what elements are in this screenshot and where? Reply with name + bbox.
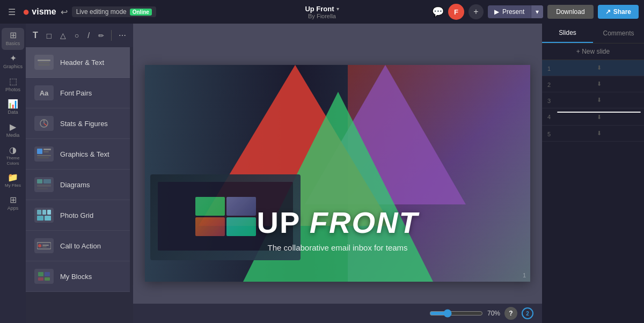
photo-grid-label: Photo Grid [60, 211, 93, 219]
new-slide-button[interactable]: + New slide [542, 43, 644, 60]
rect-tool[interactable]: □ [44, 29, 54, 42]
svg-point-16 [38, 244, 41, 247]
logo-dot: ● [23, 5, 30, 19]
logo-text: visme [32, 7, 56, 17]
media-icon: ▶ [10, 123, 16, 131]
slide-num-2: 2 [547, 79, 554, 88]
zoom-slider[interactable] [429, 309, 483, 318]
photo-grid-icon [34, 208, 54, 223]
slide-title-part2: FRONT [310, 205, 419, 239]
zoom-level-label: 70% [487, 310, 500, 317]
apps-icon: ⊞ [10, 196, 17, 204]
project-title-area[interactable]: Up Front ▾ [305, 5, 339, 13]
help-button[interactable]: ? [504, 307, 517, 320]
present-main-button[interactable]: ▶ Present [488, 5, 531, 18]
canvas-wrapper[interactable]: UP FRONT The collaborative email inbox f… [145, 65, 530, 282]
user-avatar[interactable]: F [448, 4, 464, 20]
diagrams-icon [34, 177, 54, 192]
call-to-action-icon [34, 238, 54, 253]
svg-rect-17 [42, 245, 49, 246]
my-blocks-label: My Blocks [60, 273, 92, 281]
slide-num-4: 4 [547, 112, 554, 120]
panel-item-call-to-action[interactable]: Call to Action [26, 231, 130, 261]
add-collaborator-button[interactable]: + [469, 4, 484, 19]
slide-thumbnail-1[interactable]: 1 UP FRONT ⬇ [542, 60, 644, 76]
svg-rect-18 [42, 246, 47, 247]
header-text-label: Header & Text [60, 58, 104, 67]
sidebar-item-apps[interactable]: ⊞ Apps [2, 193, 24, 215]
slide-preview-4 [557, 112, 641, 113]
svg-rect-21 [38, 277, 43, 281]
svg-rect-9 [37, 188, 48, 189]
present-dropdown-button[interactable]: ▾ [531, 5, 543, 18]
svg-rect-6 [37, 179, 42, 183]
diagrams-label: Diagrams [60, 181, 90, 189]
slides-panel-tabs: Slides Comments [542, 24, 644, 43]
circle-tool[interactable]: ○ [72, 29, 82, 42]
basics-label: Basics [6, 41, 20, 47]
panel-item-my-blocks[interactable]: My Blocks [26, 261, 130, 292]
slide-title: UP FRONT [145, 208, 530, 238]
live-editing-indicator: Live editing mode Online [72, 6, 156, 17]
data-label: Data [8, 109, 18, 115]
notification-badge[interactable]: 2 [522, 307, 533, 319]
sidebar-item-basics[interactable]: ⊞ Basics [2, 28, 24, 50]
share-button[interactable]: ↗ Share [598, 5, 639, 19]
sidebar-item-graphics[interactable]: ✦ Graphics [2, 51, 24, 73]
left-icon-sidebar: ⊞ Basics ✦ Graphics ⬚ Photos 📊 Data ▶ Me… [0, 24, 26, 323]
slide-thumbnail-4[interactable]: 4 ⬇ [542, 108, 644, 126]
download-button[interactable]: Download [547, 5, 593, 19]
sidebar-item-data[interactable]: 📊 Data [2, 97, 24, 119]
slide-thumbnail-3[interactable]: 3 ⬇ [542, 92, 644, 108]
font-pairs-label: Font Pairs [60, 89, 92, 97]
triangle-tool[interactable]: △ [57, 29, 69, 42]
my-files-label: My Files [5, 183, 21, 188]
panel-item-graphics-text[interactable]: Graphics & Text [26, 139, 130, 170]
slide-thumbnail-2[interactable]: 2 ⬇ [542, 76, 644, 92]
project-title: Up Front [305, 5, 334, 13]
panel-item-header-text[interactable]: Header & Text [26, 47, 130, 78]
svg-rect-5 [37, 157, 49, 158]
graphics-text-icon [34, 146, 54, 162]
svg-rect-22 [45, 277, 50, 281]
my-blocks-icon [34, 269, 54, 284]
tab-comments[interactable]: Comments [593, 24, 644, 43]
header-text-icon [34, 55, 54, 70]
call-to-action-label: Call to Action [60, 242, 101, 250]
slide-4-download-icon: ⬇ [597, 114, 602, 121]
panel-item-photo-grid[interactable]: Photo Grid [26, 200, 130, 231]
sidebar-item-my-files[interactable]: 📁 My Files [2, 170, 24, 192]
content-panel: Header & Text Aa Font Pairs Stats & Figu… [26, 47, 130, 292]
media-label: Media [6, 133, 20, 138]
more-tools-button[interactable]: ⋯ [116, 29, 129, 42]
basics-icon: ⊞ [10, 31, 17, 40]
slide-num-3: 3 [547, 96, 554, 104]
present-label: Present [502, 8, 524, 16]
svg-rect-11 [42, 210, 46, 215]
apps-label: Apps [8, 205, 19, 211]
font-pairs-icon: Aa [34, 85, 54, 100]
online-badge: Online [130, 9, 152, 16]
main-area: ⊞ Basics ✦ Graphics ⬚ Photos 📊 Data ▶ Me… [0, 24, 644, 323]
hamburger-menu[interactable]: ☰ [5, 5, 18, 19]
comment-button[interactable]: 💬 [432, 6, 444, 18]
svg-rect-14 [45, 216, 51, 221]
text-tool[interactable]: T [30, 28, 41, 42]
toolbar-strip: T □ △ ○ / ✏ ⋯ [26, 24, 133, 47]
slide-1-actions: ⬇ [557, 63, 641, 72]
sidebar-item-media[interactable]: ▶ Media [2, 120, 24, 142]
slide-num-1: 1 [547, 63, 554, 72]
slide-text-area: UP FRONT The collaborative email inbox f… [145, 208, 530, 252]
share-label: Share [613, 8, 631, 16]
draw-tool[interactable]: ✏ [96, 30, 107, 42]
panel-item-font-pairs[interactable]: Aa Font Pairs [26, 78, 130, 108]
panel-item-diagrams[interactable]: Diagrams [26, 170, 130, 200]
panel-item-stats-figures[interactable]: Stats & Figures [26, 108, 130, 139]
tab-slides[interactable]: Slides [542, 24, 593, 43]
sidebar-item-theme-colors[interactable]: ◑ Theme Colors [2, 143, 24, 169]
line-tool[interactable]: / [85, 29, 92, 42]
play-icon: ▶ [494, 8, 499, 16]
undo-button[interactable]: ↩ [61, 7, 68, 17]
sidebar-item-photos[interactable]: ⬚ Photos [2, 74, 24, 96]
slide-thumbnail-5[interactable]: 5 ⬇ [542, 126, 644, 142]
